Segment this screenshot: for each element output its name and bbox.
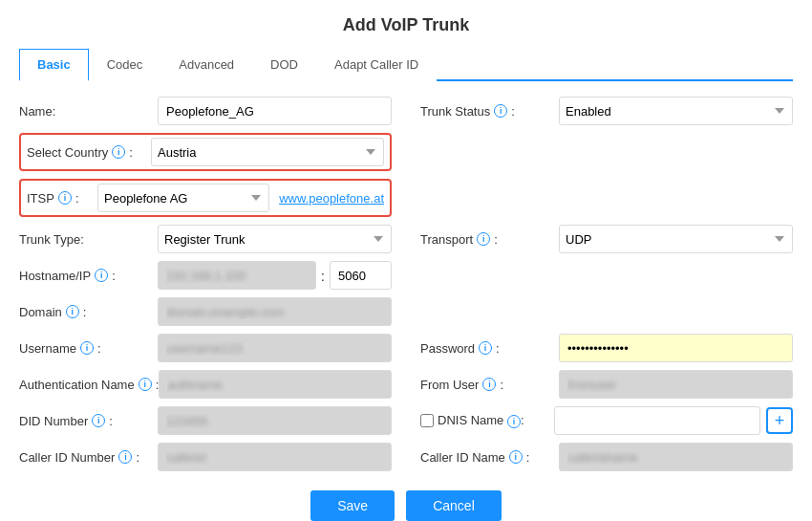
select-country-label: Select Country i: [27,145,151,160]
itsp-select[interactable]: Peoplefone AG [97,184,269,212]
tab-dod[interactable]: DOD [252,49,316,81]
tab-adapt-caller-id[interactable]: Adapt Caller ID [316,49,437,81]
password-label: Password i: [420,341,559,356]
did-number-row: DID Number i: [19,406,392,435]
caller-id-number-row: Caller ID Number i: [19,443,392,471]
dnis-checkbox[interactable] [420,414,434,427]
trunk-status-row: Trunk Status i: Enabled Disabled [420,97,793,125]
cancel-button[interactable]: Cancel [406,490,502,521]
tab-basic[interactable]: Basic [19,49,89,81]
itsp-label: ITSP i: [27,191,94,206]
from-user-row: From User i: [420,370,793,399]
trunk-type-row: Trunk Type: Register Trunk Peer Trunk [19,225,392,253]
did-number-label: DID Number i: [19,414,158,428]
dnis-name-label: DNIS Name i: [438,413,524,428]
empty-right-3 [420,261,793,290]
colon-separator: : [321,268,325,284]
domain-info-icon[interactable]: i [66,305,79,318]
auth-name-input[interactable] [159,370,392,399]
username-input[interactable] [158,334,392,362]
auth-name-label: Authentication Name i: [19,378,159,392]
from-user-label: From User i: [420,378,559,392]
plus-button[interactable]: + [766,407,793,434]
dnis-info-icon[interactable]: i [507,415,521,428]
tabs: Basic Codec Advanced DOD Adapt Caller ID [19,49,793,81]
itsp-link[interactable]: www.peoplefone.at [279,191,384,206]
empty-right-2 [420,179,793,217]
domain-input[interactable] [158,297,392,326]
dnis-name-row: DNIS Name i: + [420,406,793,435]
tab-advanced[interactable]: Advanced [160,49,252,81]
transport-label: Transport i: [420,232,559,247]
name-input[interactable] [158,97,392,125]
tab-codec[interactable]: Codec [89,49,161,81]
auth-name-info-icon[interactable]: i [139,378,152,391]
trunk-status-info-icon[interactable]: i [494,104,507,118]
country-select[interactable]: Austria Germany Switzerland [151,138,384,166]
itsp-info-icon[interactable]: i [58,191,72,205]
caller-id-name-input[interactable] [559,443,793,471]
trunk-status-select[interactable]: Enabled Disabled [559,97,793,125]
hostname-row: Hostname/IP i: : [19,261,392,290]
did-number-info-icon[interactable]: i [92,414,105,427]
transport-info-icon[interactable]: i [477,232,490,246]
transport-row: Transport i: UDP TCP TLS [420,225,793,253]
caller-id-number-label: Caller ID Number i: [19,450,158,465]
hostname-info-icon[interactable]: i [95,269,108,282]
from-user-input[interactable] [559,370,793,399]
did-number-input[interactable] [158,406,392,435]
transport-select[interactable]: UDP TCP TLS [559,225,793,253]
password-info-icon[interactable]: i [479,341,492,355]
caller-id-number-input[interactable] [158,443,392,471]
country-info-icon[interactable]: i [112,145,125,159]
select-country-row: Select Country i: Austria Germany Switze… [19,133,392,171]
trunk-type-select[interactable]: Register Trunk Peer Trunk [158,225,392,253]
port-input[interactable] [330,261,392,290]
password-row: Password i: [420,334,793,362]
button-row: Save Cancel [19,490,793,521]
itsp-row: ITSP i: Peoplefone AG www.peoplefone.at [19,179,392,217]
caller-id-number-info-icon[interactable]: i [118,450,132,464]
dnis-name-input[interactable] [554,406,760,435]
username-label: Username i: [19,341,158,356]
hostname-input[interactable] [158,261,316,290]
caller-id-name-info-icon[interactable]: i [509,450,523,464]
trunk-type-label: Trunk Type: [19,232,158,247]
from-user-info-icon[interactable]: i [482,378,496,391]
auth-name-row: Authentication Name i: [19,370,392,399]
empty-right-1 [420,133,793,171]
caller-id-name-label: Caller ID Name i: [420,450,559,465]
password-input[interactable] [559,334,793,362]
empty-right-4 [420,297,793,326]
username-info-icon[interactable]: i [80,341,94,355]
hostname-label: Hostname/IP i: [19,269,158,283]
page-title: Add VoIP Trunk [19,15,793,35]
name-row: Name: [19,97,392,125]
save-button[interactable]: Save [310,490,395,521]
caller-id-name-row: Caller ID Name i: [420,443,793,471]
name-label: Name: [19,104,158,119]
trunk-status-label: Trunk Status i: [420,104,559,119]
domain-label: Domain i: [19,305,158,319]
username-row: Username i: [19,334,392,362]
domain-row: Domain i: [19,297,392,326]
